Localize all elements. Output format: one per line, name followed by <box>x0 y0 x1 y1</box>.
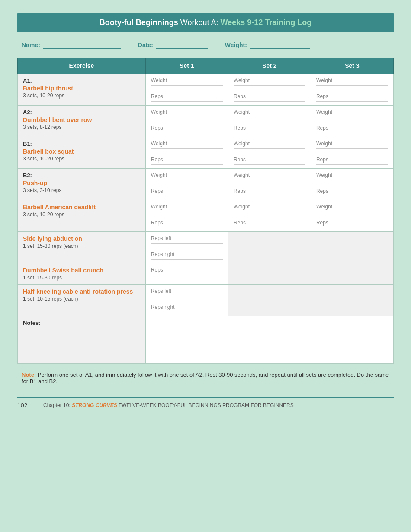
reps-field-s2: Reps <box>234 157 305 165</box>
exercise-name: Dumbbell Swiss ball crunch <box>23 267 140 274</box>
set3-empty <box>311 232 393 263</box>
exercise-label: A2: <box>23 109 140 115</box>
exercise-sets: 1 set, 15-30 reps <box>23 275 140 281</box>
weight-field-s3: Weight <box>316 77 388 86</box>
exercise-cell-B2: B2: Push-up 3 sets, 3-10 reps <box>18 169 146 200</box>
set3-empty <box>311 285 393 316</box>
exercise-sets: 1 set, 15-30 reps (each) <box>23 243 140 249</box>
table-row: A2: Dumbbell bent over row 3 sets, 8-12 … <box>18 106 394 137</box>
weight-field-s1: Weight <box>151 204 223 212</box>
exercise-label: B2: <box>23 172 140 179</box>
reps-field-s1: Reps <box>151 93 223 102</box>
notes-cell: Notes: <box>18 316 146 364</box>
reps-right-field: Reps right <box>151 304 223 312</box>
name-label: Name: <box>22 42 40 48</box>
table-row: Dumbbell Swiss ball crunch 1 set, 15-30 … <box>18 263 394 285</box>
table-header-row: Exercise Set 1 Set 2 Set 3 <box>18 58 394 74</box>
exercise-cell-deadlift: Barbell American deadlift 3 sets, 10-20 … <box>18 200 146 232</box>
set1-cell: Weight Reps <box>145 106 228 137</box>
exercise-name: Barbell American deadlift <box>23 204 140 211</box>
table-row: Barbell American deadlift 3 sets, 10-20 … <box>18 200 394 232</box>
col-set3: Set 3 <box>311 58 393 74</box>
exercise-sets: 3 sets, 8-12 reps <box>23 124 140 130</box>
table-row: B1: Barbell box squat 3 sets, 10-20 reps… <box>18 137 394 169</box>
chapter-highlight: STRONG CURVES <box>72 402 117 408</box>
weight-field: Weight: <box>225 41 310 49</box>
chapter-prefix: Chapter 10: <box>43 402 72 408</box>
set1-cell: Reps left Reps right <box>145 232 228 263</box>
reps-left-field: Reps left <box>151 288 223 296</box>
page-number: 102 <box>17 402 35 409</box>
exercise-name: Barbell hip thrust <box>23 85 140 92</box>
exercise-cell-A2: A2: Dumbbell bent over row 3 sets, 8-12 … <box>18 106 146 137</box>
exercise-name: Half-kneeling cable anti-rotation press <box>23 288 140 295</box>
set1-cell: Weight Reps <box>145 137 228 169</box>
set3-cell: Weight Reps <box>311 200 393 232</box>
exercise-cell-crunch: Dumbbell Swiss ball crunch 1 set, 15-30 … <box>18 263 146 285</box>
weight-field-s1: Weight <box>151 172 223 180</box>
set2-empty <box>228 232 311 263</box>
table-row: Side lying abduction 1 set, 15-30 reps (… <box>18 232 394 263</box>
exercise-name: Side lying abduction <box>23 235 140 242</box>
header-bar: Booty-ful Beginnings Workout A: Weeks 9-… <box>17 13 394 32</box>
notes-label: Notes: <box>23 320 140 326</box>
set1-cell: Weight Reps <box>145 200 228 232</box>
weight-field-s3: Weight <box>316 204 388 212</box>
table-row: B2: Push-up 3 sets, 3-10 reps Weight Rep… <box>18 169 394 200</box>
weight-field-s2: Weight <box>234 109 305 117</box>
set3-cell: Weight Reps <box>311 169 393 200</box>
set3-empty <box>311 263 393 285</box>
set3-cell: Weight Reps <box>311 106 393 137</box>
reps-field-s3: Reps <box>316 125 388 133</box>
exercise-label: A1: <box>23 77 140 84</box>
reps-right-field: Reps right <box>151 251 223 260</box>
set2-cell: Weight Reps <box>228 200 311 232</box>
weight-field-s2: Weight <box>234 141 305 149</box>
reps-field-s1: Reps <box>151 220 223 228</box>
header-teal: Weeks 9-12 Training Log <box>220 18 311 27</box>
exercise-name: Barbell box squat <box>23 148 140 155</box>
reps-field-s2: Reps <box>234 93 305 102</box>
table-row: Half-kneeling cable anti-rotation press … <box>18 285 394 316</box>
name-field: Name: <box>22 41 121 49</box>
date-underline[interactable] <box>156 41 208 49</box>
chapter-suffix: TWELVE-WEEK BOOTY-FUL BEGINNINGS PROGRAM… <box>117 402 294 408</box>
date-field: Date: <box>138 41 208 49</box>
weight-label: Weight: <box>225 42 247 48</box>
weight-field-s1: Weight <box>151 77 223 86</box>
header-normal: Workout A: <box>178 18 221 27</box>
notes-row: Notes: <box>18 316 394 364</box>
bottom-bar: 102 Chapter 10: STRONG CURVES TWELVE-WEE… <box>17 397 394 409</box>
weight-underline[interactable] <box>250 41 310 49</box>
footer-note: Note: Perform one set of A1, and immedia… <box>17 372 394 385</box>
col-exercise: Exercise <box>18 58 146 74</box>
set2-cell: Weight Reps <box>228 137 311 169</box>
notes-set3 <box>311 316 393 364</box>
set1-cell: Reps <box>145 263 228 285</box>
reps-field-s3: Reps <box>316 188 388 196</box>
set2-empty <box>228 285 311 316</box>
exercise-name: Push-up <box>23 179 140 186</box>
chapter-text: Chapter 10: STRONG CURVES TWELVE-WEEK BO… <box>43 402 294 408</box>
reps-field-s3: Reps <box>316 93 388 102</box>
reps-field-s2: Reps <box>234 220 305 228</box>
col-set1: Set 1 <box>145 58 228 74</box>
weight-field-s3: Weight <box>316 172 388 180</box>
reps-field-s1: Reps <box>151 188 223 196</box>
reps-left-field: Reps left <box>151 235 223 244</box>
set2-empty <box>228 263 311 285</box>
exercise-cell-press: Half-kneeling cable anti-rotation press … <box>18 285 146 316</box>
reps-field-s3: Reps <box>316 157 388 165</box>
note-label: Note: <box>22 372 36 378</box>
notes-set1 <box>145 316 228 364</box>
set2-cell: Weight Reps <box>228 106 311 137</box>
weight-field-s1: Weight <box>151 141 223 149</box>
exercise-sets: 3 sets, 10-20 reps <box>23 212 140 218</box>
reps-field: Reps <box>151 267 223 275</box>
exercise-cell-B1: B1: Barbell box squat 3 sets, 10-20 reps <box>18 137 146 169</box>
weight-field-s2: Weight <box>234 204 305 212</box>
col-set2: Set 2 <box>228 58 311 74</box>
set1-cell: Weight Reps <box>145 74 228 106</box>
date-label: Date: <box>138 42 153 48</box>
name-underline[interactable] <box>43 41 121 49</box>
